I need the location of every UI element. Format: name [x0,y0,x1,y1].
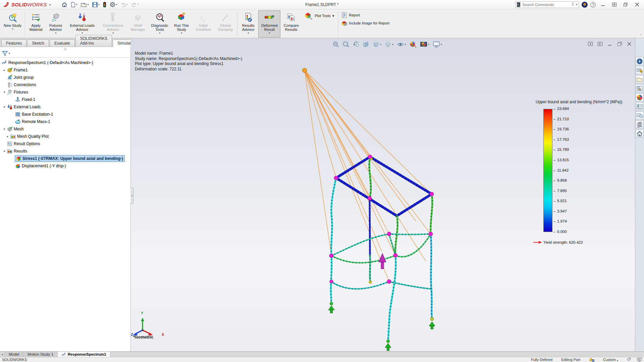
status-display-icon[interactable] [637,358,642,362]
menu-expand-icon[interactable]: ▸ [50,3,51,6]
collapse-arrow-icon[interactable]: ▾ [2,127,7,131]
appearances-scenes-button[interactable] [636,93,644,102]
tree-item-external-loads[interactable]: ▾ External Loads [0,103,130,111]
tree-item-study[interactable]: ResponseSpectrum1 (-Default<As Machined>… [0,59,130,66]
color-bar[interactable] [543,109,552,232]
new-study-icon [8,12,18,23]
tab-response-spectrum-1[interactable]: ResponseSpectrum1 [58,352,110,357]
compare-results-button[interactable]: ? Compare Results [281,10,301,38]
chevron-down-icon[interactable]: ▾ [9,52,10,55]
custom-properties-button[interactable] [636,102,644,111]
run-this-study-button[interactable]: Run This Study ▾ [171,10,192,38]
tree-item-stress1[interactable]: σ Stress1 (-STRMAX: Upper bound axial an… [0,155,130,162]
remote-mass-sphere [303,68,307,73]
print-preview-button[interactable] [102,1,108,9]
status-tag-icon[interactable] [627,358,632,362]
new-document-button[interactable]: ▾ [69,1,79,9]
tab-motion-study-1[interactable]: Motion Study 1 [23,352,58,357]
legend-tick: 1.974 [553,219,567,223]
panel-splitter-dot[interactable] [64,48,66,50]
solidworks-resources-button[interactable] [636,57,644,65]
tree-item-mesh[interactable]: ▾ Mesh [0,125,130,133]
diagnostic-tools-button[interactable]: Diagnostic Tools ▾ [149,10,171,38]
solidworks-forum-button[interactable] [636,111,644,120]
tree-item-result-options[interactable]: Result Options [0,140,130,147]
forum-icon [637,113,643,118]
tree-item-remote-mass-1[interactable]: Remote Mass-1 [0,118,130,125]
tree-item-frame1[interactable]: ▸ Frame1 [0,66,130,74]
collapse-arrow-icon[interactable]: ▾ [2,90,7,94]
expand-arrow-icon[interactable]: ▸ [5,135,10,138]
open-button[interactable]: ▾ [79,1,90,9]
tab-scroll-left-icon[interactable]: ◂ [0,352,5,357]
stress-color-legend: Upper bound axial and bending (N/mm^2 (M… [537,100,633,232]
file-explorer-button[interactable] [636,75,644,83]
view-palette-button[interactable] [636,84,644,93]
fixtures-advisor-button[interactable]: Fixtures Advisor ▾ [46,10,65,38]
expand-arrow-icon[interactable]: ▸ [2,68,7,72]
edit-appearance-icon [410,41,417,48]
tab-solidworks-add-ins[interactable]: SOLIDWORKS Add-Ins [75,35,112,47]
chevron-down-icon: ▾ [181,32,182,35]
tree-item-base-excitation-1[interactable]: Base Excitation-1 [0,111,130,118]
view-orientation-label: *Isometric [133,335,153,340]
save-button[interactable]: ▾ [91,1,101,9]
displacement-plot-icon: u [15,163,20,169]
search-icon[interactable] [572,2,574,7]
help-button[interactable]: ? [590,2,596,7]
tab-features[interactable]: Features [1,40,26,47]
search-commands-box[interactable]: >_ ▾ [515,1,579,8]
include-image-for-report-button[interactable]: Include Image for Report [341,20,389,26]
tree-item-fixed-1[interactable]: Fixed-1 [0,96,130,103]
home-tab-button[interactable] [636,129,644,138]
report-group: Report Include Image for Report [339,10,391,38]
tree-item-joint-group[interactable]: Joint group [0,74,130,81]
tab-evaluate[interactable]: Evaluate [50,40,75,47]
filter-icon[interactable] [2,51,8,56]
search-input[interactable] [522,2,571,7]
report-button[interactable]: Report [341,12,389,18]
tab-model[interactable]: Model [5,352,23,357]
new-study-button[interactable]: New Study ▾ [2,10,23,38]
tab-sketch[interactable]: Sketch [27,40,49,47]
solidworks-logo-icon [3,2,10,8]
split-view-button[interactable] [610,1,619,8]
tree-item-results[interactable]: ▾ Results [0,147,130,155]
solidworks-add-ins-button[interactable] [636,120,644,129]
close-button[interactable] [633,1,641,8]
collapse-ribbon-icon[interactable]: ⌃ [639,34,642,37]
doc-pane-right-button[interactable] [597,41,603,47]
feature-manager-column: Features Sketch Evaluate SOLIDWORKS Add-… [0,38,131,351]
triad-y-label: Y [141,311,143,315]
doc-minimize-button[interactable] [606,41,613,47]
doc-restore-button[interactable] [616,41,623,47]
status-warning-icon[interactable] [589,358,594,362]
apply-material-button[interactable]: Apply Material [26,10,45,38]
report-icon [341,12,347,18]
status-units-selector[interactable]: Custom ▴ [603,358,618,362]
tree-item-connections[interactable]: Connections [0,81,130,88]
collapse-arrow-icon[interactable]: ▾ [2,105,7,109]
redo-button[interactable]: ▾ [130,1,140,9]
section-view-icon [363,41,369,48]
collapse-arrow-icon[interactable]: ▾ [2,149,7,153]
undo-button[interactable]: ▾ [119,1,129,9]
panel-splitter-handle[interactable]: ◂ [130,188,133,204]
tree-item-displacement1[interactable]: u Displacement1 (-Y disp-) [0,162,130,170]
tree-item-mesh-quality-plot[interactable]: ▸ Mesh Quality Plot [0,133,130,140]
tree-item-fixtures[interactable]: ▾ Fixtures [0,88,130,96]
results-advisor-button[interactable]: Results Advisor ▾ [239,10,258,38]
options-button[interactable]: ▾ [108,1,119,9]
restore-button[interactable] [621,1,630,8]
deformed-result-button[interactable]: Deformed Result ▾ [258,10,280,38]
doc-pane-left-button[interactable] [587,41,594,47]
graphics-viewport[interactable]: ▾ ▾ ▾ ▾ ▾ Model name: Frame1 Study name:… [131,38,635,351]
plot-tools-button[interactable]: Plot Tools ▾ [302,11,336,20]
doc-close-button[interactable] [626,41,633,47]
home-button[interactable] [60,1,69,9]
external-loads-advisor-button[interactable]: External Loads Advisor ▾ [66,10,98,38]
design-library-button[interactable] [636,66,644,74]
chevron-down-icon[interactable]: ▾ [576,3,577,6]
user-avatar[interactable] [582,2,588,8]
minimize-button[interactable] [598,1,607,8]
